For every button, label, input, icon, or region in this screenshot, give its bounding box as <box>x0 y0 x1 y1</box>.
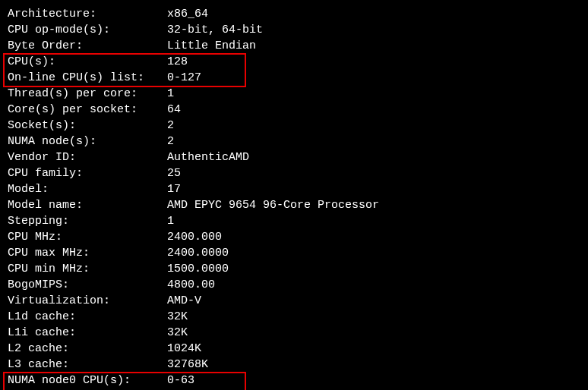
value: 0-127 <box>167 70 580 86</box>
value: 32-bit, 64-bit <box>167 22 580 38</box>
row-online-cpus-list: On-line CPU(s) list: 0-127 <box>8 70 580 86</box>
row-threads-per-core: Thread(s) per core: 1 <box>8 86 580 102</box>
value: AuthenticAMD <box>167 149 580 165</box>
row-cpus: CPU(s): 128 <box>8 54 580 70</box>
row-sockets: Socket(s): 2 <box>8 118 580 134</box>
value: 25 <box>167 165 580 181</box>
value: 1 <box>167 213 580 229</box>
value: 2 <box>167 118 580 134</box>
value: 2400.000 <box>167 229 580 245</box>
label: L2 cache: <box>8 341 167 357</box>
row-model-name: Model name: AMD EPYC 9654 96-Core Proces… <box>8 197 580 213</box>
value: 64 <box>167 102 580 118</box>
label: Stepping: <box>8 213 167 229</box>
row-l2-cache: L2 cache: 1024K <box>8 341 580 357</box>
value: AMD EPYC 9654 96-Core Processor <box>167 197 580 213</box>
row-cpu-op-modes: CPU op-mode(s): 32-bit, 64-bit <box>8 22 580 38</box>
label: Thread(s) per core: <box>8 86 167 102</box>
label: L1i cache: <box>8 325 167 341</box>
value: 2 <box>167 134 580 149</box>
value: 2400.0000 <box>167 245 580 261</box>
value: 32K <box>167 309 580 325</box>
row-l1d-cache: L1d cache: 32K <box>8 309 580 325</box>
row-virtualization: Virtualization: AMD-V <box>8 293 580 309</box>
value: Little Endian <box>167 38 580 54</box>
row-cpu-family: CPU family: 25 <box>8 165 580 181</box>
label: CPU family: <box>8 165 167 181</box>
label: L1d cache: <box>8 309 167 325</box>
row-bogomips: BogoMIPS: 4800.00 <box>8 277 580 293</box>
label: Model: <box>8 181 167 197</box>
value: 17 <box>167 181 580 197</box>
value: 32K <box>167 325 580 341</box>
value: 0-63 <box>167 373 580 388</box>
row-l3-cache: L3 cache: 32768K <box>8 357 580 373</box>
label: On-line CPU(s) list: <box>8 70 167 86</box>
value: 1024K <box>167 341 580 357</box>
value: 4800.00 <box>167 277 580 293</box>
row-byte-order: Byte Order: Little Endian <box>8 38 580 54</box>
label: Model name: <box>8 197 167 213</box>
row-stepping: Stepping: 1 <box>8 213 580 229</box>
row-model: Model: 17 <box>8 181 580 197</box>
label: CPU min MHz: <box>8 261 167 277</box>
row-cores-per-socket: Core(s) per socket: 64 <box>8 102 580 118</box>
value: 1500.0000 <box>167 261 580 277</box>
row-vendor-id: Vendor ID: AuthenticAMD <box>8 149 580 165</box>
value: AMD-V <box>167 293 580 309</box>
label: L3 cache: <box>8 357 167 373</box>
label: NUMA node(s): <box>8 134 167 149</box>
value: x86_64 <box>167 6 580 22</box>
label: Socket(s): <box>8 118 167 134</box>
label: CPU(s): <box>8 54 167 70</box>
label: Core(s) per socket: <box>8 102 167 118</box>
label: Byte Order: <box>8 38 167 54</box>
label: CPU max MHz: <box>8 245 167 261</box>
label: CPU MHz: <box>8 229 167 245</box>
label: Vendor ID: <box>8 149 167 165</box>
value: 32768K <box>167 357 580 373</box>
row-numa-node0-cpus: NUMA node0 CPU(s): 0-63 <box>8 373 580 388</box>
row-architecture: Architecture: x86_64 <box>8 6 580 22</box>
label: BogoMIPS: <box>8 277 167 293</box>
row-cpu-mhz: CPU MHz: 2400.000 <box>8 229 580 245</box>
row-cpu-min-mhz: CPU min MHz: 1500.0000 <box>8 261 580 277</box>
row-cpu-max-mhz: CPU max MHz: 2400.0000 <box>8 245 580 261</box>
label: CPU op-mode(s): <box>8 22 167 38</box>
terminal-output: Architecture: x86_64 CPU op-mode(s): 32-… <box>8 6 580 390</box>
label: Virtualization: <box>8 293 167 309</box>
value: 128 <box>167 54 580 70</box>
value: 1 <box>167 86 580 102</box>
label: NUMA node0 CPU(s): <box>8 373 167 388</box>
label: Architecture: <box>8 6 167 22</box>
row-numa-nodes: NUMA node(s): 2 <box>8 134 580 149</box>
row-l1i-cache: L1i cache: 32K <box>8 325 580 341</box>
